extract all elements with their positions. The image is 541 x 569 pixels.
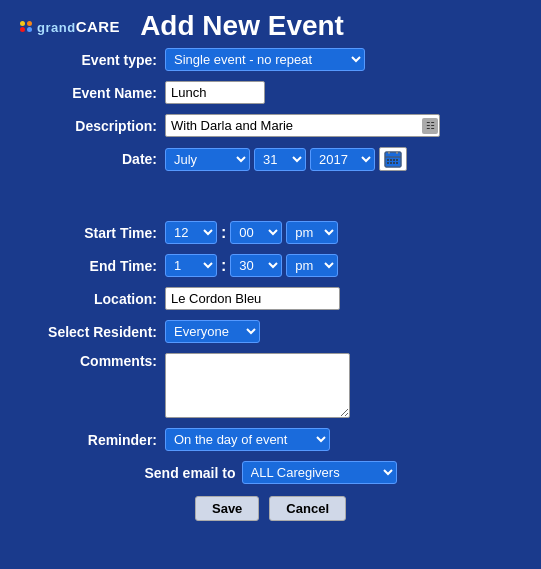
description-wrapper: ☷: [165, 114, 440, 137]
end-time-row: End Time: 1234 5678 9101112 : 00153045 a…: [20, 254, 521, 277]
event-name-input[interactable]: [165, 81, 265, 104]
start-min-select[interactable]: 00153045: [230, 221, 282, 244]
logo-dots: [20, 21, 32, 32]
buttons-row: Save Cancel: [20, 496, 521, 521]
date-inputs: JanuaryFebruaryMarch AprilMayJune JulyAu…: [165, 147, 407, 171]
start-hour-select[interactable]: 1234 5678 9101112: [165, 221, 217, 244]
start-time-label: Start Time:: [20, 225, 165, 241]
description-row: Description: ☷: [20, 114, 521, 137]
end-time-label: End Time:: [20, 258, 165, 274]
day-select[interactable]: 1234 5678 9101112 13141516 17181920 2122…: [254, 148, 306, 171]
calendar-icon[interactable]: [379, 147, 407, 171]
event-type-label: Event type:: [20, 52, 165, 68]
comments-label: Comments:: [20, 353, 165, 369]
location-label: Location:: [20, 291, 165, 307]
email-select[interactable]: ALL Caregivers Selected Caregivers No on…: [242, 461, 397, 484]
start-time-row: Start Time: 1234 5678 9101112 : 00153045…: [20, 221, 521, 244]
start-time-colon: :: [221, 224, 226, 242]
svg-point-8: [393, 159, 395, 161]
month-select[interactable]: JanuaryFebruaryMarch AprilMayJune JulyAu…: [165, 148, 250, 171]
dot-red: [20, 27, 25, 32]
reminder-select[interactable]: On the day of event 1 day before 2 days …: [165, 428, 330, 451]
date-label: Date:: [20, 151, 165, 167]
svg-point-11: [390, 162, 392, 164]
end-min-select[interactable]: 00153045: [230, 254, 282, 277]
start-ampm-select[interactable]: ampm: [286, 221, 338, 244]
description-icon: ☷: [422, 118, 438, 134]
dot-orange: [27, 21, 32, 26]
end-time-colon: :: [221, 257, 226, 275]
resident-row: Select Resident: Everyone Resident 1 Res…: [20, 320, 521, 343]
svg-point-12: [393, 162, 395, 164]
logo-text: grandCARE: [37, 18, 120, 35]
event-name-row: Event Name:: [20, 81, 521, 104]
send-email-row: Send email to ALL Caregivers Selected Ca…: [20, 461, 521, 484]
svg-point-10: [387, 162, 389, 164]
svg-rect-5: [396, 151, 398, 154]
save-button[interactable]: Save: [195, 496, 259, 521]
dot-blue-light: [27, 27, 32, 32]
dot-yellow: [20, 21, 25, 26]
event-name-label: Event Name:: [20, 85, 165, 101]
description-input[interactable]: [165, 114, 440, 137]
location-input[interactable]: [165, 287, 340, 310]
resident-select[interactable]: Everyone Resident 1 Resident 2: [165, 320, 260, 343]
reminder-label: Reminder:: [20, 432, 165, 448]
svg-point-7: [390, 159, 392, 161]
event-type-row: Event type: Single event - no repeat Dai…: [20, 48, 521, 71]
start-time-inputs: 1234 5678 9101112 : 00153045 ampm: [165, 221, 338, 244]
year-select[interactable]: 201520162017 201820192020: [310, 148, 375, 171]
resident-label: Select Resident:: [20, 324, 165, 340]
end-ampm-select[interactable]: ampm: [286, 254, 338, 277]
svg-rect-4: [388, 151, 390, 154]
description-label: Description:: [20, 118, 165, 134]
svg-point-13: [396, 162, 398, 164]
comments-row: Comments:: [20, 353, 521, 418]
header: grandCARE Add New Event: [0, 0, 541, 48]
cancel-button[interactable]: Cancel: [269, 496, 346, 521]
comments-textarea[interactable]: [165, 353, 350, 418]
form-container: Event type: Single event - no repeat Dai…: [0, 48, 541, 531]
location-row: Location:: [20, 287, 521, 310]
date-row: Date: JanuaryFebruaryMarch AprilMayJune …: [20, 147, 521, 171]
svg-point-9: [396, 159, 398, 161]
event-type-select[interactable]: Single event - no repeat Daily Weekly Mo…: [165, 48, 365, 71]
spacer: [20, 181, 521, 221]
reminder-row: Reminder: On the day of event 1 day befo…: [20, 428, 521, 451]
logo-area: grandCARE: [20, 18, 120, 35]
page-title: Add New Event: [140, 10, 344, 42]
end-hour-select[interactable]: 1234 5678 9101112: [165, 254, 217, 277]
end-time-inputs: 1234 5678 9101112 : 00153045 ampm: [165, 254, 338, 277]
svg-rect-1: [385, 152, 401, 156]
svg-point-6: [387, 159, 389, 161]
send-email-label: Send email to: [144, 465, 235, 481]
